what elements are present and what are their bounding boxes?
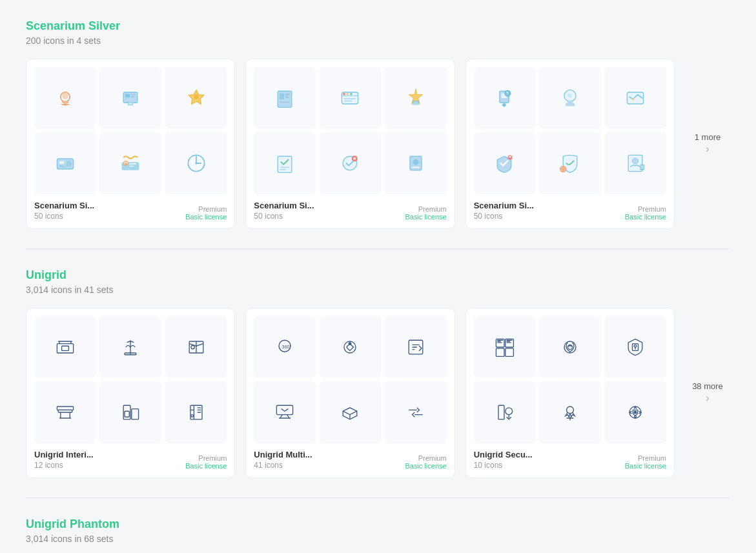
icon-cell <box>99 67 161 128</box>
more-label: 1 more <box>695 132 720 142</box>
svg-rect-19 <box>285 94 290 96</box>
svg-rect-82 <box>496 348 505 356</box>
svg-rect-43 <box>628 92 644 104</box>
set-name: Scenarium Si... <box>474 201 534 210</box>
set-card[interactable]: Scenarium Si... 50 icons Premium Basic l… <box>465 59 675 229</box>
svg-rect-75 <box>276 405 292 414</box>
more-link[interactable]: 38 more › <box>685 381 730 404</box>
svg-text:360°: 360° <box>282 343 292 349</box>
icon-cell <box>254 132 315 194</box>
section-header: Scenarium Silver 200 icons in 4 sets <box>26 19 730 46</box>
icon-cell <box>474 381 535 443</box>
set-card[interactable]: 360° <box>245 308 455 478</box>
set-meta: Premium Basic license <box>625 454 666 470</box>
premium-badge: Premium <box>185 454 227 462</box>
premium-badge: Premium <box>185 205 227 213</box>
premium-badge: Premium <box>405 454 446 462</box>
icon-cell <box>34 381 96 443</box>
icon-cell <box>539 132 600 194</box>
set-card[interactable]: Scenarium Si... 50 icons Premium Basic l… <box>245 59 455 229</box>
license-badge[interactable]: Basic license <box>405 213 446 221</box>
set-meta: Premium Basic license <box>185 205 227 221</box>
icon-cell <box>539 316 600 377</box>
set-card[interactable]: Scenarium Si... 50 icons Premium Basic l… <box>26 59 235 229</box>
premium-badge: Premium <box>625 454 666 462</box>
svg-point-23 <box>343 93 346 96</box>
icon-grid <box>34 67 227 194</box>
svg-rect-65 <box>132 409 139 419</box>
section-subtitle: 200 icons in 4 sets <box>26 35 730 46</box>
svg-point-87 <box>634 345 637 347</box>
icon-cell <box>165 132 227 194</box>
svg-rect-63 <box>57 407 73 410</box>
icon-cell <box>605 132 666 194</box>
svg-rect-89 <box>498 405 504 419</box>
set-count: 10 icons <box>474 461 533 470</box>
license-badge[interactable]: Basic license <box>185 213 227 221</box>
svg-rect-2 <box>123 92 138 103</box>
svg-rect-34 <box>354 157 356 160</box>
svg-rect-83 <box>506 348 514 356</box>
more-arrow-icon: › <box>706 143 709 155</box>
icon-cell <box>34 132 96 194</box>
icon-grid <box>474 316 666 443</box>
icon-cell <box>474 316 535 377</box>
set-card-footer: Scenarium Si... 50 icons Premium Basic l… <box>34 201 227 221</box>
set-card-footer: Unigrid Interi... 12 icons Premium Basic… <box>34 450 227 470</box>
license-badge[interactable]: Basic license <box>405 462 446 470</box>
icon-cell <box>99 316 161 377</box>
svg-rect-30 <box>280 167 289 168</box>
svg-point-6 <box>194 94 198 99</box>
section-header: Unigrid 3,014 icons in 41 sets <box>26 268 730 295</box>
icon-cell <box>99 381 161 443</box>
icon-cell <box>474 67 535 128</box>
svg-point-58 <box>190 345 194 348</box>
icon-cell <box>165 381 227 443</box>
more-arrow-icon: › <box>706 392 709 404</box>
set-name: Scenarium Si... <box>34 201 94 210</box>
license-badge[interactable]: Basic license <box>625 462 666 470</box>
icon-cell <box>99 132 161 194</box>
svg-point-36 <box>413 159 418 165</box>
license-badge[interactable]: Basic license <box>625 213 666 221</box>
svg-point-90 <box>506 408 513 415</box>
svg-point-44 <box>632 98 635 101</box>
set-count: 50 icons <box>474 212 534 221</box>
svg-point-96 <box>634 411 637 414</box>
svg-point-48 <box>633 158 639 164</box>
section-header: Unigrid Phantom 3,014 icons in 68 sets <box>26 518 730 544</box>
set-card[interactable]: Unigrid Secu... 10 icons Premium Basic l… <box>465 308 675 478</box>
premium-badge: Premium <box>405 205 446 213</box>
icon-grid <box>34 316 227 443</box>
svg-point-16 <box>195 162 198 165</box>
icon-cell <box>474 132 535 194</box>
svg-point-12 <box>125 163 127 166</box>
more-link[interactable]: 1 more › <box>685 132 730 155</box>
icon-cell <box>165 67 227 128</box>
svg-rect-66 <box>125 411 129 417</box>
set-count: 41 icons <box>254 461 312 470</box>
set-card[interactable]: Unigrid Interi... 12 icons Premium Basic… <box>26 308 235 478</box>
more-label: 38 more <box>692 381 723 391</box>
section-title: Scenarium Silver <box>26 19 730 33</box>
svg-rect-26 <box>344 98 356 99</box>
set-name: Unigrid Multi... <box>254 450 312 459</box>
svg-rect-20 <box>285 96 289 98</box>
icon-cell <box>320 132 381 194</box>
set-name: Scenarium Si... <box>254 201 314 210</box>
icon-cell <box>385 67 446 128</box>
set-card-footer: Scenarium Si... 50 icons Premium Basic l… <box>474 201 666 221</box>
icon-cell <box>254 381 315 443</box>
set-meta: Premium Basic license <box>405 454 446 470</box>
license-badge[interactable]: Basic license <box>185 462 227 470</box>
section-title: Unigrid Phantom <box>26 518 730 531</box>
icon-grid <box>474 67 666 194</box>
icon-cell <box>320 316 381 377</box>
svg-rect-3 <box>125 94 130 97</box>
set-cards: Scenarium Si... 50 icons Premium Basic l… <box>26 59 675 229</box>
icon-cell <box>320 67 381 128</box>
svg-rect-13 <box>129 163 136 165</box>
scenarium-silver-section: Scenarium Silver 200 icons in 4 sets <box>26 0 730 249</box>
icon-grid: 360° <box>254 316 446 443</box>
icon-cell <box>605 381 666 443</box>
